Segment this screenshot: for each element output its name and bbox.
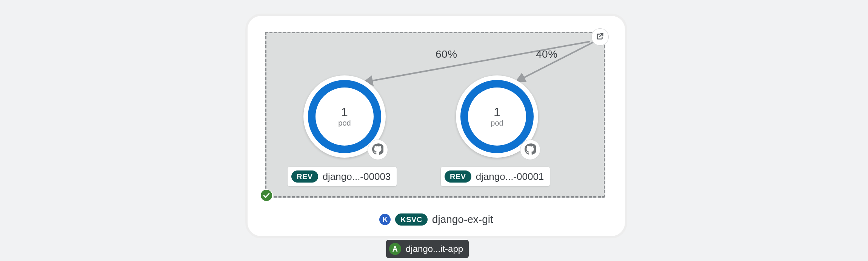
knative-icon: Kn [379,214,391,225]
pod-count: 1 [341,106,348,118]
pod-ring: 1 pod [460,80,534,153]
revision-name: django...-00001 [476,171,544,183]
app-badge: A [389,243,401,255]
ksvc-badge: KSVC [395,213,428,226]
pod-unit: pod [491,119,503,127]
service-name: django-ex-git [432,213,493,226]
build-status[interactable] [260,189,273,203]
source-decorator-1[interactable] [368,140,388,160]
github-icon [372,143,383,156]
pod-unit: pod [338,119,351,127]
service-card: 60% 40% 1 pod [245,14,627,238]
pod-count: 1 [494,106,500,118]
rev-badge: REV [291,170,318,183]
traffic-percent-2: 40% [536,48,558,60]
github-icon [525,143,536,156]
success-check-icon [261,190,272,203]
open-url-button[interactable] [591,28,609,46]
revision-label-2[interactable]: REV django...-00001 [441,167,550,186]
rev-badge: REV [445,170,471,183]
open-external-icon [596,32,604,42]
source-decorator-2[interactable] [520,140,540,160]
revision-label-1[interactable]: REV django...-00003 [288,167,397,186]
app-name: django...it-app [406,244,463,254]
revisions-group: 60% 40% 1 pod [265,32,605,198]
traffic-percent-1: 60% [436,48,457,60]
service-label[interactable]: Kn KSVC django-ex-git [248,213,625,226]
svg-point-3 [261,190,272,201]
revision-pod-2[interactable]: 1 pod [456,75,538,158]
pod-ring: 1 pod [308,80,381,153]
revision-name: django...-00003 [323,171,391,183]
application-label[interactable]: A django...it-app [386,240,469,258]
revision-pod-1[interactable]: 1 pod [303,75,386,158]
